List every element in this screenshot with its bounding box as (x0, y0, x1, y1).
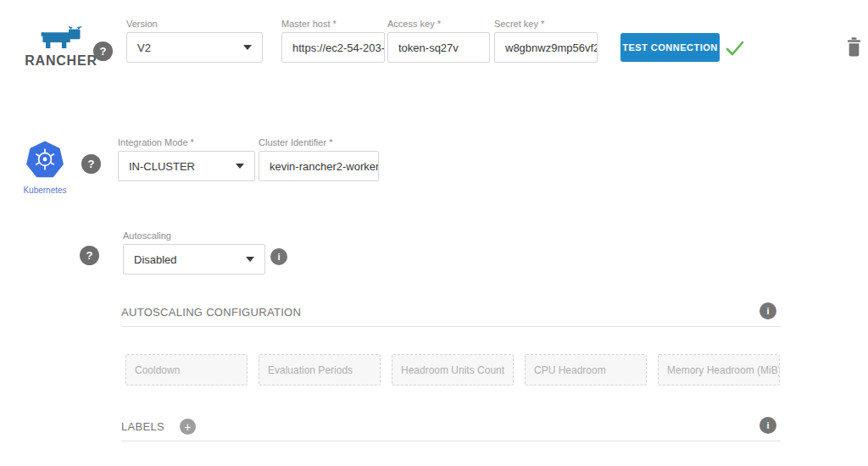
master-host-value: https://ec2-54-203-6 (292, 42, 385, 54)
section-divider (121, 326, 781, 327)
kubernetes-logo: Kubernetes (19, 141, 71, 195)
connection-success-check-icon (724, 39, 746, 58)
labels-section-header: LABELS + (121, 419, 196, 435)
rancher-bull-icon (36, 26, 86, 49)
test-connection-button[interactable]: TEST CONNECTION (620, 33, 720, 62)
cluster-identifier-value: kevin-rancher2-workers (270, 160, 379, 173)
version-value: V2 (137, 42, 151, 54)
version-field-group: Version V2 (126, 19, 263, 63)
integration-mode-label: Integration Mode * (118, 137, 255, 148)
access-key-label: Access key * (387, 19, 490, 30)
version-label: Version (126, 19, 263, 30)
cluster-identifier-input[interactable]: kevin-rancher2-workers (259, 151, 379, 181)
autoscaling-select[interactable]: Disabled (123, 244, 265, 275)
help-icon[interactable]: ? (81, 154, 101, 174)
info-icon[interactable]: i (270, 248, 287, 265)
kubernetes-helm-icon (25, 141, 64, 180)
kubernetes-caption: Kubernetes (19, 186, 71, 195)
autoscaling-label: Autoscaling (123, 230, 265, 241)
integration-mode-value: IN-CLUSTER (129, 160, 195, 173)
integration-mode-select[interactable]: IN-CLUSTER (118, 151, 255, 181)
access-key-field-group: Access key * token-sq27v (387, 19, 490, 63)
info-icon[interactable]: i (760, 302, 776, 319)
add-label-button[interactable]: + (180, 419, 196, 435)
rancher-wordmark: RANCHER (20, 53, 102, 69)
master-host-label: Master host * (281, 19, 385, 30)
secret-key-field-group: Secret key * w8gbnwz9mp56vf2 (494, 19, 598, 63)
integration-mode-field-group: Integration Mode * IN-CLUSTER (118, 137, 255, 181)
cpu-headroom-field-disabled: CPU Headroom (525, 354, 647, 386)
autoscaling-value: Disabled (134, 253, 177, 266)
cluster-identifier-field-group: Cluster Identifier * kevin-rancher2-work… (259, 137, 379, 181)
secret-key-value: w8gbnwz9mp56vf2 (505, 42, 598, 54)
secret-key-label: Secret key * (494, 19, 598, 30)
evaluation-periods-field-disabled: Evaluation Periods (259, 354, 381, 386)
autoscaling-configuration-title: AUTOSCALING CONFIGURATION (121, 306, 301, 319)
autoscaling-config-fields-row: Cooldown Evaluation Periods Headroom Uni… (125, 354, 780, 386)
cooldown-field-disabled: Cooldown (125, 354, 248, 386)
help-icon[interactable]: ? (93, 42, 113, 61)
version-select[interactable]: V2 (126, 32, 263, 63)
headroom-units-count-field-disabled: Headroom Units Count (392, 354, 514, 386)
master-host-field-group: Master host * https://ec2-54-203-6 (281, 19, 385, 63)
access-key-input[interactable]: token-sq27v (387, 32, 490, 63)
memory-headroom-field-disabled: Memory Headroom (MiB) (658, 354, 780, 386)
access-key-value: token-sq27v (398, 42, 459, 54)
help-icon[interactable]: ? (80, 246, 99, 265)
cluster-identifier-label: Cluster Identifier * (259, 137, 379, 148)
cluster-integration-settings-page: RANCHER ? Version V2 Master host * https… (0, 0, 868, 466)
chevron-down-icon (236, 164, 244, 169)
secret-key-input[interactable]: w8gbnwz9mp56vf2 (494, 32, 598, 63)
section-divider (121, 441, 781, 441)
chevron-down-icon (246, 257, 254, 262)
master-host-input[interactable]: https://ec2-54-203-6 (281, 32, 385, 63)
delete-trash-icon[interactable] (847, 37, 861, 57)
labels-title: LABELS (121, 420, 164, 433)
info-icon[interactable]: i (760, 417, 776, 434)
rancher-logo: RANCHER (20, 26, 102, 69)
autoscaling-field-group: Autoscaling Disabled (123, 230, 265, 275)
chevron-down-icon (243, 45, 252, 50)
